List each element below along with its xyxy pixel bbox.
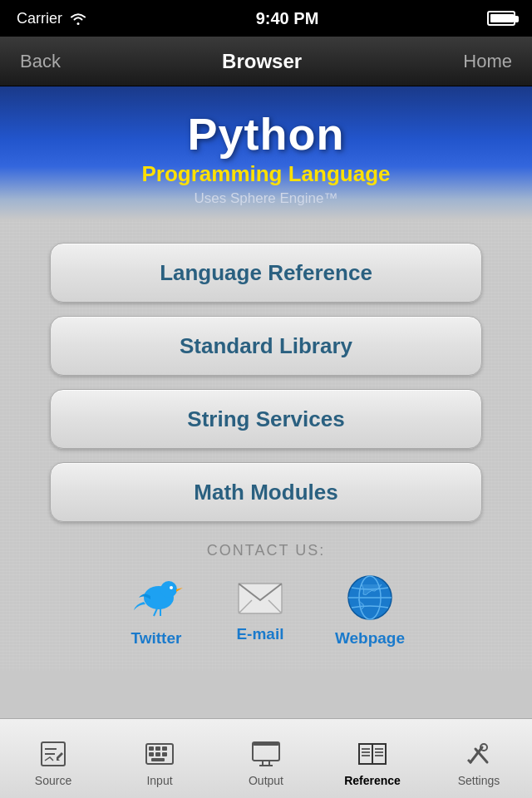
tab-bar: Source Input [0,718,532,798]
tab-reference-label: Reference [344,774,401,787]
input-icon [143,737,176,771]
contact-heading: CONTACT US: [207,542,325,559]
svg-rect-16 [149,746,154,751]
twitter-icon [127,573,185,623]
status-bar: Carrier 9:40 PM [0,0,532,37]
reference-icon [356,737,389,771]
standard-library-label: Standard Library [180,333,352,359]
tab-settings[interactable]: Settings [426,719,532,798]
tab-input-label: Input [146,774,172,787]
contact-section: CONTACT US: [50,542,482,648]
svg-point-3 [170,586,173,589]
output-icon [249,737,283,771]
hero-subtitle: Programming Language [141,161,390,187]
webpage-icon [345,573,395,623]
carrier-label: Carrier [17,10,62,27]
standard-library-button[interactable]: Standard Library [50,316,482,376]
language-reference-button[interactable]: Language Reference [50,243,482,303]
svg-point-1 [160,581,177,598]
svg-rect-20 [155,752,160,756]
tab-output-label: Output [249,774,283,787]
string-services-button[interactable]: String Services [50,389,482,449]
home-button[interactable]: Home [463,51,512,72]
source-icon [37,737,70,771]
tab-input[interactable]: Input [106,719,213,798]
hero-description: Uses Sphere Engine™ [195,190,338,207]
email-icon [235,577,285,618]
twitter-label: Twitter [131,629,182,648]
tab-output[interactable]: Output [213,719,319,798]
svg-rect-22 [151,758,165,761]
tab-source[interactable]: Source [0,719,106,798]
svg-rect-24 [253,742,279,746]
language-reference-label: Language Reference [160,260,372,286]
wifi-icon [69,11,87,26]
battery-icon [487,11,515,26]
svg-rect-18 [162,746,167,751]
svg-rect-21 [162,752,167,756]
webpage-label: Webpage [335,629,405,648]
svg-line-4 [154,608,157,616]
status-right [487,11,515,26]
tab-reference[interactable]: Reference [319,719,426,798]
nav-title: Browser [222,50,302,73]
svg-marker-2 [176,588,183,592]
svg-rect-17 [155,746,160,751]
contact-icons: Twitter E-mail [127,573,405,648]
math-modules-button[interactable]: Math Modules [50,462,482,522]
main-content: Language Reference Standard Library Stri… [0,219,532,671]
status-time: 9:40 PM [256,9,319,28]
hero-section: Python Programming Language Uses Sphere … [0,86,532,219]
tab-settings-label: Settings [458,774,500,787]
math-modules-label: Math Modules [194,480,337,505]
svg-rect-19 [149,752,154,756]
nav-bar: Back Browser Home [0,37,532,86]
string-services-label: String Services [187,406,344,432]
twitter-contact[interactable]: Twitter [127,573,185,648]
status-left: Carrier [17,10,87,27]
webpage-contact[interactable]: Webpage [335,573,405,648]
settings-icon [462,737,495,771]
tab-source-label: Source [35,774,71,787]
back-button[interactable]: Back [20,51,61,72]
hero-title: Python [188,108,345,160]
email-contact[interactable]: E-mail [235,577,285,643]
email-label: E-mail [236,625,283,643]
